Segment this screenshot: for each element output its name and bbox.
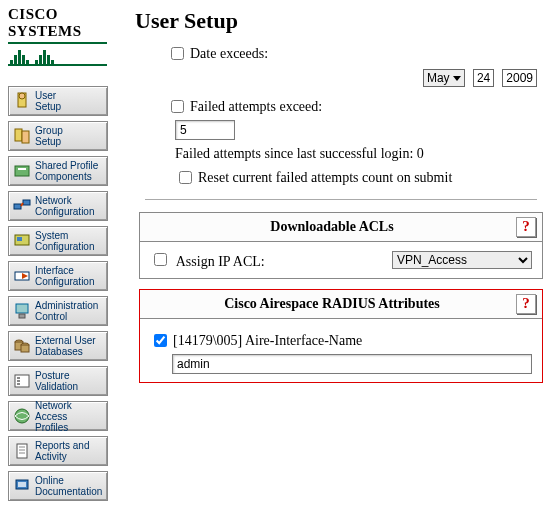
nav-interface-config[interactable]: Interface Configuration: [8, 261, 108, 291]
nav-online-docs[interactable]: Online Documentation: [8, 471, 108, 501]
divider: [145, 199, 537, 200]
nav-label: User Setup: [35, 90, 107, 112]
svg-rect-14: [19, 314, 25, 318]
svg-rect-18: [21, 345, 29, 352]
downloadable-acls-box: Downloadable ACLs ? Assign IP ACL: VPN_A…: [139, 212, 543, 279]
year-field[interactable]: 2009: [502, 69, 537, 87]
aire-interface-checkbox[interactable]: [154, 334, 167, 347]
svg-rect-5: [18, 168, 26, 170]
reset-failed-checkbox[interactable]: [179, 171, 192, 184]
failed-attempts-label: Failed attempts exceed:: [190, 99, 322, 115]
nav-label: Posture Validation: [35, 370, 107, 392]
brand-text: CISCO SYSTEMS: [8, 6, 119, 40]
svg-rect-21: [17, 380, 20, 382]
nav-posture-validation[interactable]: Posture Validation: [8, 366, 108, 396]
nav-label: Group Setup: [35, 125, 107, 147]
nav-label: Interface Configuration: [35, 265, 107, 287]
nav-label: Shared Profile Components: [35, 160, 107, 182]
reports-icon: [9, 437, 35, 465]
failed-attempts-status: Failed attempts since last successful lo…: [175, 146, 547, 162]
admin-icon: [9, 297, 35, 325]
interface-icon: [9, 262, 35, 290]
nav-label: External User Databases: [35, 335, 107, 357]
aire-interface-label: [14179\005] Aire-Interface-Name: [173, 333, 362, 349]
svg-point-1: [19, 93, 25, 99]
system-icon: [9, 227, 35, 255]
nav-group-setup[interactable]: Group Setup: [8, 121, 108, 151]
nav-label: Network Configuration: [35, 195, 107, 217]
nav-system-config[interactable]: System Configuration: [8, 226, 108, 256]
date-exceeds-label: Date exceeds:: [190, 46, 268, 62]
failed-attempts-checkbox[interactable]: [171, 100, 184, 113]
page-title: User Setup: [135, 8, 547, 34]
svg-rect-20: [17, 377, 20, 379]
svg-rect-3: [22, 131, 29, 143]
svg-rect-6: [14, 204, 21, 209]
nav-user-setup[interactable]: User Setup: [8, 86, 108, 116]
svg-rect-7: [23, 200, 30, 205]
nav-label: Network Access Profiles: [35, 400, 107, 433]
nav-label: Administration Control: [35, 300, 107, 322]
nav-external-db[interactable]: External User Databases: [8, 331, 108, 361]
svg-line-8: [21, 203, 23, 206]
radius-attributes-box: Cisco Airespace RADIUS Attributes ? [141…: [139, 289, 543, 383]
access-icon: [9, 402, 35, 430]
svg-rect-13: [16, 304, 28, 313]
svg-rect-2: [15, 129, 22, 141]
svg-rect-24: [17, 444, 27, 458]
nav-network-config[interactable]: Network Configuration: [8, 191, 108, 221]
aire-interface-input[interactable]: [172, 354, 532, 374]
posture-icon: [9, 367, 35, 395]
day-field[interactable]: 24: [473, 69, 494, 87]
svg-rect-10: [17, 237, 22, 241]
downloadable-acls-title: Downloadable ACLs ?: [140, 213, 542, 242]
nav-network-access[interactable]: Network Access Profiles: [8, 401, 108, 431]
svg-rect-4: [15, 166, 29, 176]
help-icon[interactable]: ?: [516, 294, 536, 314]
month-select[interactable]: May: [423, 69, 465, 87]
svg-rect-29: [18, 482, 26, 487]
nav-label: System Configuration: [35, 230, 107, 252]
reset-failed-label: Reset current failed attempts count on s…: [198, 170, 452, 186]
help-icon[interactable]: ?: [516, 217, 536, 237]
brand-logo: CISCO SYSTEMS: [8, 6, 119, 66]
group-icon: [9, 122, 35, 150]
assign-acl-checkbox[interactable]: [154, 253, 167, 266]
docs-icon: [9, 472, 35, 500]
brand-bars: [8, 42, 107, 66]
nav-label: Reports and Activity: [35, 440, 107, 462]
svg-marker-30: [453, 76, 461, 81]
nav-reports[interactable]: Reports and Activity: [8, 436, 108, 466]
nav-shared-profile[interactable]: Shared Profile Components: [8, 156, 108, 186]
assign-acl-label: Assign IP ACL:: [176, 254, 265, 269]
database-icon: [9, 332, 35, 360]
radius-attributes-title: Cisco Airespace RADIUS Attributes ?: [140, 290, 542, 319]
date-exceeds-checkbox[interactable]: [171, 47, 184, 60]
acl-select[interactable]: VPN_Access: [392, 251, 532, 269]
nav-admin-control[interactable]: Administration Control: [8, 296, 108, 326]
user-icon: [9, 87, 35, 115]
svg-rect-22: [17, 383, 20, 385]
network-icon: [9, 192, 35, 220]
profile-icon: [9, 157, 35, 185]
failed-attempts-input[interactable]: [175, 120, 235, 140]
nav-label: Online Documentation: [35, 475, 107, 497]
svg-point-23: [15, 409, 29, 423]
